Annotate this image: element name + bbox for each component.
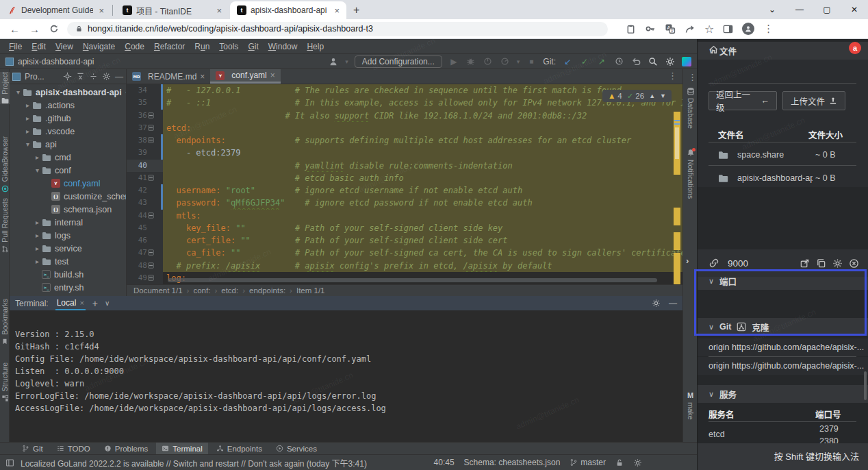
rollback-icon[interactable] <box>630 56 641 67</box>
chevron-down-icon[interactable]: ▾ <box>345 58 348 65</box>
code-line-47[interactable]: 47 ca_file: "" # Path of your self-signe… <box>127 247 682 259</box>
horizontal-scrollbar[interactable] <box>168 278 657 282</box>
goland-logo-icon[interactable] <box>682 57 691 66</box>
tab-search-icon[interactable]: ⌄ <box>758 5 786 14</box>
terminal-output[interactable]: Version : 2.15.0 GitHash : c1cf4d4 Confi… <box>10 310 682 415</box>
project-panel-title[interactable]: Pro... <box>25 72 44 82</box>
stripe-database[interactable]: Database <box>683 87 698 129</box>
editor-options-kebab-icon[interactable]: ⋮ <box>668 69 682 84</box>
toolbar-project-name[interactable]: apisix-dashboard-api <box>18 57 94 66</box>
menu-view[interactable]: View <box>51 42 78 51</box>
gutter[interactable]: 38 <box>127 134 163 147</box>
toolwindow-button-endpoints[interactable]: Endpoints <box>211 443 268 455</box>
stop-icon[interactable]: ■ <box>526 56 537 67</box>
code-text[interactable]: endpoints: # supports defining multiple … <box>163 134 682 147</box>
terminal-settings-gear-icon[interactable] <box>652 299 661 308</box>
inspection-profile-gear-icon[interactable] <box>633 458 642 467</box>
hide-terminal-icon[interactable]: — <box>669 299 677 308</box>
tree-item-cmd[interactable]: ▸cmd <box>10 151 126 164</box>
tree-item-schema.json[interactable]: {}schema.json <box>10 203 126 216</box>
files-section-header[interactable]: ∨ 文件 <box>698 42 868 60</box>
address-bar[interactable]: hongxi.titanide.cn/ide/web/coding/apisix… <box>67 22 608 36</box>
fold-icon[interactable] <box>148 262 154 269</box>
tab-close-icon[interactable]: × <box>215 5 223 16</box>
menu-refactor[interactable]: Refactor <box>149 42 190 51</box>
search-everywhere-icon[interactable] <box>648 56 659 67</box>
code-text[interactable]: ca_file: "" # Path of your self-signed c… <box>163 247 682 259</box>
new-tab-button[interactable]: + <box>346 4 366 19</box>
code-text[interactable]: etcd: <box>163 122 682 134</box>
user-profile-icon[interactable] <box>328 56 339 67</box>
stripe-structure[interactable]: Structure <box>0 362 10 402</box>
breadcrumb-item[interactable]: etcd: <box>221 286 238 295</box>
terminal-tab-local[interactable]: Local × <box>55 296 86 310</box>
git-clone-section-header[interactable]: ∨ Git 克隆 <box>698 318 868 336</box>
minimize-button[interactable]: — <box>786 5 813 14</box>
code-line-38[interactable]: 38 endpoints: # supports defining multip… <box>127 134 682 147</box>
toolwindow-button-services[interactable]: Services <box>270 443 322 455</box>
tree-item-entry.sh[interactable]: >_entry.sh <box>10 281 126 294</box>
tree-item-test[interactable]: ▸test <box>10 255 126 268</box>
git-remote-row[interactable]: origin https://github.com/apache/apisix-… <box>698 357 868 375</box>
tab-close-icon[interactable]: × <box>270 71 275 80</box>
tree-item-.vscode[interactable]: ▸.vscode <box>10 125 126 138</box>
gutter[interactable]: 34 <box>127 84 163 97</box>
gutter[interactable]: 48 <box>127 260 163 272</box>
gutter[interactable]: 36 <box>127 110 163 122</box>
clipboard-icon[interactable] <box>626 24 636 34</box>
toolwindow-button-problems[interactable]: Problems <box>99 443 154 455</box>
tree-item-.github[interactable]: ▸.github <box>10 112 126 125</box>
tree-item-conf[interactable]: ▾conf <box>10 164 126 177</box>
menu-help[interactable]: Help <box>302 42 329 51</box>
tab-close-icon[interactable]: × <box>79 299 84 307</box>
code-text[interactable]: cert_file: "" # Path of your self-signed… <box>163 234 682 247</box>
prev-error-icon[interactable]: ▲ <box>649 92 655 99</box>
collapse-all-icon[interactable] <box>76 72 85 81</box>
code-text[interactable]: # It also support CIDR like 192.168.1.0/… <box>163 110 682 122</box>
code-text[interactable]: username: "root" # ignore etcd username … <box>163 184 682 197</box>
browser-tab-titanide-projects[interactable]: t 项目 - TitanIDE × <box>116 1 229 19</box>
debug-icon[interactable] <box>465 56 476 67</box>
code-line-40[interactable]: 40 # yamllint disable rule:comments-inde… <box>127 160 682 172</box>
tree-item-build.sh[interactable]: >_build.sh <box>10 268 126 281</box>
code-text[interactable]: # yamllint disable rule:comments-indenta… <box>163 160 682 172</box>
expand-collapse-icon[interactable] <box>89 72 98 81</box>
menu-git[interactable]: Git <box>243 42 263 51</box>
panel-settings-gear-icon[interactable] <box>102 72 111 81</box>
tree-chevron-icon[interactable]: ▸ <box>23 114 32 122</box>
code-line-44[interactable]: 44 mtls: <box>127 210 682 222</box>
code-text[interactable]: # etcd basic auth info <box>163 172 682 184</box>
gutter[interactable]: 37 <box>127 122 163 134</box>
menu-edit[interactable]: Edit <box>27 42 51 51</box>
fold-icon[interactable] <box>148 112 154 119</box>
fold-icon[interactable] <box>148 249 154 256</box>
git-update-icon[interactable]: ↙ <box>562 56 573 67</box>
stripe-kebab-icon[interactable]: ⋮ <box>688 72 697 82</box>
gutter[interactable]: 40 <box>127 160 163 172</box>
notification-badge[interactable]: a <box>849 42 861 54</box>
status-message[interactable]: Localized GoLand 2022.2.2 is available /… <box>21 457 367 469</box>
gutter[interactable]: 35 <box>127 97 163 109</box>
menu-code[interactable]: Code <box>120 42 149 51</box>
fold-icon[interactable] <box>148 275 154 281</box>
home-icon[interactable] <box>709 45 719 54</box>
code-line-37[interactable]: 37etcd: <box>127 122 682 134</box>
tree-chevron-icon[interactable]: ▾ <box>14 88 23 96</box>
tree-chevron-icon[interactable]: ▸ <box>33 153 42 161</box>
fold-icon[interactable] <box>148 212 154 219</box>
code-line-42[interactable]: 42 username: "root" # ignore etcd userna… <box>127 184 682 197</box>
stripe-bookmarks[interactable]: Bookmarks <box>0 299 10 345</box>
side-panel-icon[interactable] <box>723 24 733 34</box>
gutter[interactable]: 49 <box>127 272 163 284</box>
tree-item-service[interactable]: ▸service <box>10 242 126 255</box>
code-text[interactable]: # prefix: /apisix # apisix config's pref… <box>163 260 682 272</box>
gutter[interactable]: 41 <box>127 172 163 184</box>
tab-close-icon[interactable]: × <box>200 72 205 82</box>
stripe-project[interactable]: Project <box>0 72 10 104</box>
next-error-icon[interactable]: ▼ <box>660 92 666 99</box>
forward-icon[interactable]: → <box>29 23 40 35</box>
add-configuration-button[interactable]: Add Configuration... <box>355 55 442 68</box>
tree-chevron-icon[interactable]: ▸ <box>33 232 42 239</box>
password-key-icon[interactable] <box>645 23 656 34</box>
profiler-icon[interactable] <box>500 56 511 67</box>
